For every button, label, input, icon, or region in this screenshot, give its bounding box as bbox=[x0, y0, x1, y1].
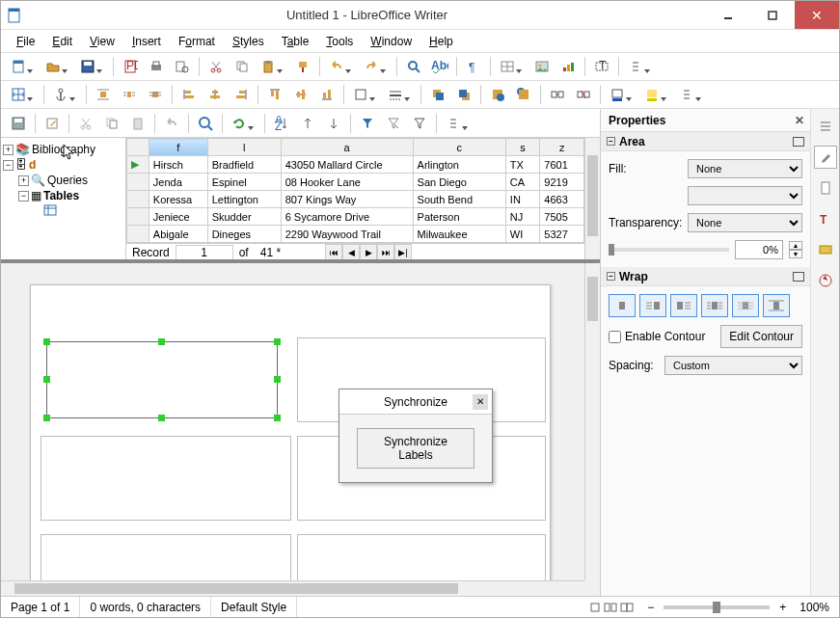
first-record-button[interactable]: ⏮ bbox=[325, 244, 342, 259]
table-insert-button[interactable] bbox=[496, 55, 519, 78]
col-l[interactable]: l bbox=[207, 139, 281, 156]
position-size-button[interactable] bbox=[7, 83, 30, 106]
view-multi-icon[interactable] bbox=[604, 602, 617, 613]
edit-record-button[interactable] bbox=[41, 112, 64, 135]
page-tab-icon[interactable] bbox=[814, 176, 837, 200]
menu-file[interactable]: File bbox=[9, 33, 42, 50]
fill-select[interactable]: None bbox=[688, 159, 802, 178]
minimize-button[interactable] bbox=[706, 1, 750, 29]
sort-desc-button[interactable] bbox=[322, 112, 345, 135]
standard-filter-button[interactable] bbox=[408, 112, 431, 135]
tree-d[interactable]: d bbox=[29, 158, 36, 172]
data-grid[interactable]: f l a c s z ▶HirschBradfield43050 Mallar… bbox=[126, 138, 584, 259]
spin-down[interactable]: ▼ bbox=[789, 250, 802, 258]
wrap-page-button[interactable] bbox=[118, 83, 141, 106]
prev-record-button[interactable]: ◀ bbox=[342, 244, 360, 259]
status-words[interactable]: 0 words, 0 characters bbox=[80, 597, 211, 617]
cut2-button[interactable] bbox=[74, 112, 97, 135]
transparency-slider[interactable] bbox=[609, 248, 729, 252]
zoom-slider[interactable] bbox=[664, 605, 770, 609]
align-top-button[interactable] bbox=[263, 83, 286, 106]
label-cell[interactable] bbox=[41, 436, 291, 521]
wrap-none-button[interactable] bbox=[609, 294, 636, 317]
find-record-button[interactable] bbox=[194, 112, 217, 135]
cut-button[interactable] bbox=[204, 55, 228, 78]
horizontal-scrollbar[interactable] bbox=[1, 580, 584, 596]
autofilter-button[interactable] bbox=[356, 112, 379, 135]
foreground-button[interactable] bbox=[486, 83, 509, 106]
area-color-button[interactable] bbox=[640, 83, 664, 106]
copy-button[interactable] bbox=[230, 55, 254, 78]
document-area[interactable]: Synchronize ✕ Synchronize Labels bbox=[1, 263, 600, 596]
navigator-tab-icon[interactable] bbox=[814, 269, 837, 292]
status-style[interactable]: Default Style bbox=[211, 597, 297, 617]
sort-asc-button[interactable] bbox=[296, 112, 319, 135]
align-center-h-button[interactable] bbox=[203, 83, 227, 106]
expand-icon[interactable]: + bbox=[3, 145, 14, 155]
gallery-tab-icon[interactable] bbox=[814, 238, 837, 261]
image-insert-button[interactable] bbox=[530, 55, 554, 78]
menu-tools[interactable]: Tools bbox=[318, 33, 361, 50]
menu-insert[interactable]: Insert bbox=[124, 33, 169, 50]
last-record-button[interactable]: ⏭ bbox=[377, 244, 394, 259]
col-c[interactable]: c bbox=[413, 139, 505, 156]
wrap-off-button[interactable] bbox=[92, 83, 115, 106]
col-f[interactable]: f bbox=[149, 139, 207, 156]
new-button[interactable] bbox=[7, 55, 30, 78]
selected-frame[interactable] bbox=[46, 341, 278, 418]
copy2-button[interactable] bbox=[100, 112, 123, 135]
background-button[interactable] bbox=[512, 83, 535, 106]
collapse-icon[interactable]: − bbox=[18, 191, 29, 202]
transparency-select[interactable]: None bbox=[688, 213, 802, 232]
expand-icon[interactable]: + bbox=[18, 175, 29, 186]
properties-tab-icon[interactable] bbox=[814, 146, 837, 169]
export-pdf-button[interactable]: PDF bbox=[119, 55, 142, 78]
wrap-before-button[interactable] bbox=[639, 294, 666, 317]
sidebar-close-button[interactable]: ✕ bbox=[795, 114, 804, 127]
new-record-button[interactable]: ▶| bbox=[394, 244, 412, 259]
align-left-button[interactable] bbox=[177, 83, 201, 106]
synchronize-dialog[interactable]: Synchronize ✕ Synchronize Labels bbox=[339, 389, 493, 483]
spin-up[interactable]: ▲ bbox=[789, 241, 802, 250]
redo-button[interactable] bbox=[360, 55, 383, 78]
textbox-insert-button[interactable]: T bbox=[590, 55, 613, 78]
spellcheck-button[interactable]: Abc bbox=[428, 55, 451, 78]
zoom-value[interactable]: 100% bbox=[790, 597, 839, 617]
menu-styles[interactable]: Styles bbox=[225, 33, 272, 50]
print-button[interactable] bbox=[145, 55, 168, 78]
area-section-header[interactable]: −Area bbox=[601, 132, 810, 151]
sidebar-settings-icon[interactable] bbox=[814, 115, 837, 138]
menu-view[interactable]: View bbox=[82, 33, 122, 50]
open-button[interactable] bbox=[41, 55, 65, 78]
borders-button[interactable] bbox=[349, 83, 372, 106]
menu-window[interactable]: Window bbox=[363, 33, 420, 50]
col-z[interactable]: z bbox=[540, 139, 584, 156]
wrap-optimal-button[interactable] bbox=[763, 294, 790, 317]
menu-table[interactable]: Table bbox=[274, 33, 317, 50]
col-a[interactable]: a bbox=[281, 139, 413, 156]
chart-insert-button[interactable] bbox=[556, 55, 580, 78]
fill-color-select[interactable] bbox=[688, 186, 802, 205]
menu-help[interactable]: Help bbox=[421, 33, 461, 50]
border-color-button[interactable] bbox=[606, 83, 629, 106]
maximize-button[interactable] bbox=[750, 1, 795, 29]
spacing-select[interactable]: Custom bbox=[664, 356, 802, 375]
border-style-button[interactable] bbox=[384, 83, 407, 106]
more2-button[interactable] bbox=[675, 83, 698, 106]
col-s[interactable]: s bbox=[505, 139, 539, 156]
menu-format[interactable]: Format bbox=[171, 33, 223, 50]
wrap-section-header[interactable]: −Wrap bbox=[601, 267, 810, 286]
paste-button[interactable] bbox=[257, 55, 280, 78]
apply-filter-button[interactable] bbox=[382, 112, 405, 135]
grid-scrollbar-thumb[interactable] bbox=[587, 155, 598, 236]
more3-button[interactable] bbox=[442, 112, 465, 135]
link-frames-button[interactable] bbox=[546, 83, 569, 106]
transparency-pct-input[interactable] bbox=[735, 240, 783, 259]
print-preview-button[interactable] bbox=[171, 55, 194, 78]
refresh-button[interactable] bbox=[228, 112, 251, 135]
wrap-through-button[interactable] bbox=[144, 83, 167, 106]
next-record-button[interactable]: ▶ bbox=[360, 244, 377, 259]
vertical-scrollbar[interactable] bbox=[584, 263, 600, 580]
status-page[interactable]: Page 1 of 1 bbox=[1, 597, 80, 617]
view-single-icon[interactable] bbox=[589, 602, 601, 613]
